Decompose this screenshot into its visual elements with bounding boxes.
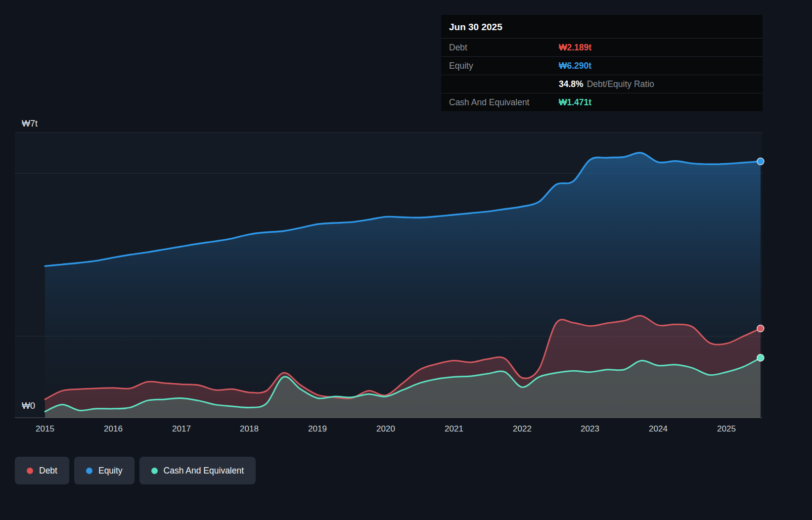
legend-item-cash[interactable]: Cash And Equivalent (139, 457, 256, 484)
legend-label-cash: Cash And Equivalent (164, 466, 244, 476)
legend: Debt Equity Cash And Equivalent (15, 457, 256, 484)
y-axis-label-zero: ₩0 (22, 401, 35, 411)
x-tick-2016: 2016 (93, 424, 133, 434)
tooltip-date: Jun 30 2025 (441, 15, 763, 38)
ratio-percent: 34.8% (559, 79, 584, 89)
x-tick-2015: 2015 (25, 424, 65, 434)
debt-end-dot[interactable] (757, 325, 764, 332)
equity-legend-dot (86, 468, 92, 474)
tooltip-debt-value: ₩2.189t (559, 43, 591, 53)
legend-item-debt[interactable]: Debt (15, 457, 69, 484)
tooltip-cash-label: Cash And Equivalent (449, 97, 559, 108)
x-tick-2019: 2019 (298, 424, 337, 434)
x-tick-2022: 2022 (502, 424, 542, 434)
tooltip-ratio-value: 34.8%Debt/Equity Ratio (559, 79, 654, 89)
x-tick-2017: 2017 (162, 424, 201, 434)
x-tick-2021: 2021 (434, 424, 474, 434)
debt-legend-dot (27, 468, 33, 474)
cash-legend-dot (151, 468, 158, 474)
tooltip-row-ratio: 34.8%Debt/Equity Ratio (441, 75, 763, 93)
x-tick-2020: 2020 (366, 424, 406, 434)
legend-item-equity[interactable]: Equity (74, 457, 135, 484)
chart-page: ₩7t ₩0 2015 2016 2017 2018 2019 2020 202… (0, 0, 812, 520)
tooltip-equity-label: Equity (449, 61, 559, 71)
tooltip-row-debt: Debt ₩2.189t (441, 38, 763, 56)
x-tick-2023: 2023 (570, 424, 610, 434)
tooltip-equity-value: ₩6.290t (559, 61, 591, 71)
legend-label-debt: Debt (39, 466, 57, 476)
tooltip-row-cash: Cash And Equivalent ₩1.471t (441, 93, 763, 111)
tooltip-cash-value: ₩1.471t (559, 97, 591, 108)
ratio-caption: Debt/Equity Ratio (587, 79, 654, 89)
x-tick-2025: 2025 (707, 424, 746, 434)
hover-tooltip: Jun 30 2025 Debt ₩2.189t Equity ₩6.290t … (441, 15, 763, 111)
tooltip-row-equity: Equity ₩6.290t (441, 56, 763, 75)
legend-label-equity: Equity (98, 466, 123, 476)
y-axis-label-top: ₩7t (22, 119, 38, 129)
cash-and-equivalent-end-dot[interactable] (757, 354, 764, 361)
x-tick-2024: 2024 (638, 424, 678, 434)
tooltip-debt-label: Debt (449, 43, 559, 53)
x-tick-2018: 2018 (229, 424, 269, 434)
equity-end-dot[interactable] (757, 158, 764, 165)
